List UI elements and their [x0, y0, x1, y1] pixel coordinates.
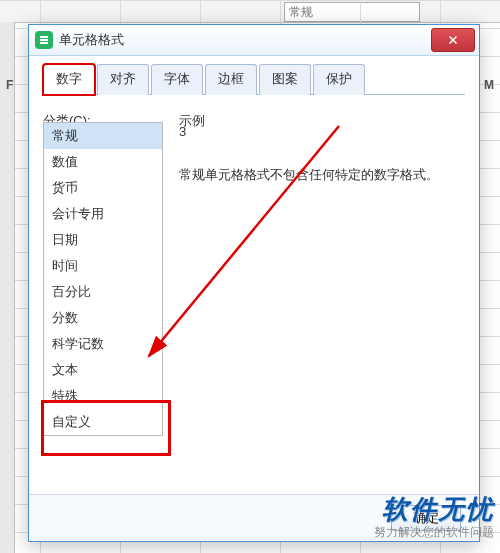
dialog-footer: 确定: [29, 494, 479, 541]
tab-1[interactable]: 对齐: [97, 64, 149, 95]
category-item-2[interactable]: 货币: [44, 175, 162, 201]
cell-format-dialog: 单元格格式 数字对齐字体边框图案保护 分类(C): 示例 3 常规数值货币会计专…: [28, 24, 480, 542]
category-item-10[interactable]: 特殊: [44, 383, 162, 409]
category-item-6[interactable]: 百分比: [44, 279, 162, 305]
category-item-0[interactable]: 常规: [44, 123, 162, 149]
svg-line-0: [149, 126, 339, 356]
tab-4[interactable]: 图案: [259, 64, 311, 95]
category-item-9[interactable]: 文本: [44, 357, 162, 383]
row-gutter: [0, 22, 15, 553]
column-header-M[interactable]: M: [484, 78, 494, 92]
tab-strip: 数字对齐字体边框图案保护: [43, 64, 465, 95]
category-item-11[interactable]: 自定义: [44, 409, 162, 435]
category-item-1[interactable]: 数值: [44, 149, 162, 175]
tab-3[interactable]: 边框: [205, 64, 257, 95]
format-description: 常规单元格格式不包含任何特定的数字格式。: [179, 166, 465, 184]
tab-0[interactable]: 数字: [43, 64, 95, 95]
category-item-4[interactable]: 日期: [44, 227, 162, 253]
dialog-title: 单元格格式: [59, 31, 124, 49]
close-icon: [447, 34, 459, 46]
category-item-7[interactable]: 分数: [44, 305, 162, 331]
category-listbox[interactable]: 常规数值货币会计专用日期时间百分比分数科学记数文本特殊自定义: [43, 122, 163, 436]
close-button[interactable]: [431, 28, 475, 52]
ok-button[interactable]: 确定: [391, 505, 461, 531]
category-item-8[interactable]: 科学记数: [44, 331, 162, 357]
category-item-3[interactable]: 会计专用: [44, 201, 162, 227]
example-value: 3: [179, 124, 186, 139]
dialog-body: 数字对齐字体边框图案保护 分类(C): 示例 3 常规数值货币会计专用日期时间百…: [29, 56, 479, 541]
dialog-titlebar: 单元格格式: [29, 25, 479, 56]
tab-5[interactable]: 保护: [313, 64, 365, 95]
column-header-F[interactable]: F: [6, 78, 13, 92]
category-item-5[interactable]: 时间: [44, 253, 162, 279]
app-icon: [35, 31, 53, 49]
tab-2[interactable]: 字体: [151, 64, 203, 95]
